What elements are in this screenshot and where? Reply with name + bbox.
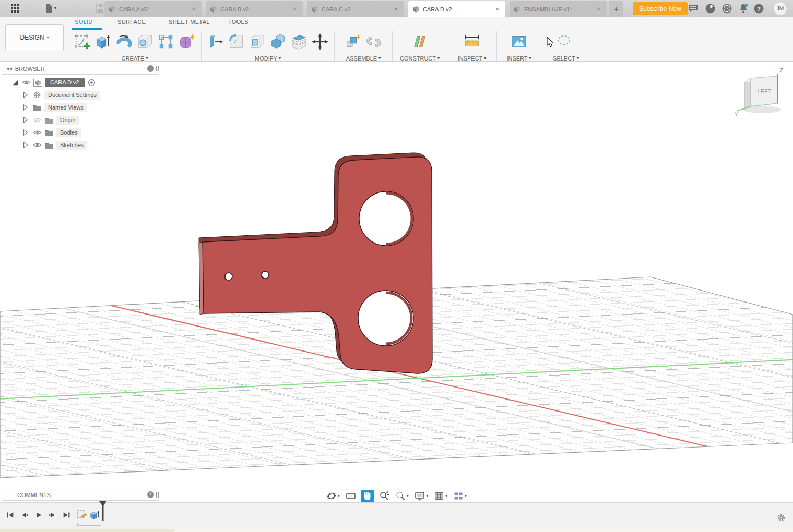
browser-item-label[interactable]: Sketches [56, 141, 87, 150]
browser-item-label[interactable]: Named Views [44, 103, 87, 112]
browser-item-label[interactable]: Bodies [56, 128, 81, 137]
app-grid-button[interactable] [10, 3, 20, 14]
expander-collapsed-icon[interactable] [22, 129, 29, 136]
expander-collapsed-icon[interactable] [22, 91, 29, 99]
orbit-button[interactable]: ▾ [325, 490, 341, 502]
file-menu-button[interactable]: ▾ [45, 3, 56, 14]
create-dropdown[interactable]: CREATE ▾ [122, 55, 148, 62]
document-tab[interactable]: CARA C v2 ✕ [307, 1, 404, 17]
revolve-button[interactable] [114, 30, 135, 53]
look-at-button[interactable] [345, 490, 357, 502]
assemble-dropdown[interactable]: ASSEMBLE ▾ [346, 55, 381, 62]
hole-button[interactable] [135, 30, 156, 53]
expander-collapsed-icon[interactable] [22, 141, 29, 149]
visibility-eye-icon[interactable] [22, 79, 31, 86]
navigation-toolbar: ▾ ▾ [0, 489, 793, 503]
create-sketch-button[interactable] [72, 30, 93, 53]
browser-collapse-icon[interactable]: ◀◀ [6, 67, 12, 71]
visibility-off-eye-icon[interactable] [33, 117, 42, 123]
display-settings-button[interactable]: ▾ [413, 490, 429, 502]
tab-close-icon[interactable]: ✕ [291, 5, 299, 13]
browser-remove-icon[interactable]: − [147, 65, 154, 72]
group-inspect: INSPECT ▾ [451, 30, 493, 62]
expander-collapsed-icon[interactable] [22, 104, 29, 111]
grid-snap-button[interactable]: ▾ [433, 490, 448, 502]
browser-row-document-settings[interactable]: Document Settings [2, 89, 159, 101]
document-tab[interactable]: CARA A v5* ✕ [104, 1, 202, 17]
expander-expanded-icon[interactable] [12, 79, 19, 86]
notifications-button[interactable] [738, 3, 749, 14]
select-dropdown[interactable]: SELECT ▾ [553, 55, 579, 62]
browser-row-named-views[interactable]: Named Views [2, 101, 159, 114]
expander-collapsed-icon[interactable] [22, 116, 29, 124]
viewcube-side-face[interactable] [744, 78, 751, 110]
activate-component-radio[interactable] [88, 79, 96, 87]
modify-dropdown[interactable]: MODIFY ▾ [255, 55, 281, 62]
press-pull-button[interactable] [205, 30, 226, 53]
fit-button[interactable]: ▾ [394, 490, 410, 502]
document-tab-active[interactable]: CARA D v2 ✕ [408, 1, 505, 17]
history-button[interactable] [721, 3, 732, 14]
fillet-button[interactable] [226, 30, 247, 53]
pan-button[interactable] [361, 490, 374, 502]
construct-plane-button[interactable] [409, 30, 430, 53]
feedback-button[interactable] [688, 3, 699, 14]
tab-close-icon[interactable]: ✕ [494, 5, 501, 13]
tab-surface[interactable]: SURFACE [117, 19, 146, 25]
go-to-end-button[interactable] [61, 507, 73, 523]
split-body-button[interactable] [289, 30, 310, 53]
tab-close-icon[interactable]: ✕ [595, 5, 602, 13]
joint-button[interactable] [363, 30, 384, 53]
insert-dropdown[interactable]: INSERT ▾ [506, 55, 531, 62]
move-button[interactable] [310, 30, 330, 53]
step-back-button[interactable] [18, 507, 30, 523]
tab-sheet-metal[interactable]: SHEET METAL [169, 19, 210, 25]
measure-button[interactable] [461, 30, 482, 53]
viewcube-face-label[interactable]: LEFT [758, 88, 772, 94]
tab-tools[interactable]: TOOLS [228, 19, 248, 25]
document-tab[interactable]: CARA B v2 ✕ [206, 1, 303, 17]
go-to-start-button[interactable] [4, 507, 16, 523]
help-button[interactable]: ? [753, 3, 764, 14]
inspect-dropdown[interactable]: INSPECT ▾ [458, 55, 487, 62]
browser-row-sketches[interactable]: Sketches [2, 139, 159, 151]
user-avatar[interactable]: JM [773, 2, 787, 16]
workspace-selector[interactable]: DESIGN ▾ [5, 24, 64, 51]
timeline-settings-gear-icon[interactable] [777, 513, 786, 522]
browser-item-label[interactable]: Origin [56, 116, 79, 125]
select-button[interactable] [555, 30, 576, 53]
document-tab[interactable]: ENSAMBLAJE v1* ✕ [510, 1, 607, 17]
browser-panel-grip[interactable] [156, 66, 159, 71]
combine-button[interactable] [268, 30, 289, 53]
shell-button[interactable] [247, 30, 268, 53]
joint-icon [365, 33, 383, 51]
insert-canvas-button[interactable] [508, 30, 529, 53]
subscribe-now-button[interactable]: Subscribe Now [633, 2, 688, 15]
extrude-icon [94, 33, 112, 51]
tab-close-icon[interactable]: ✕ [190, 5, 197, 13]
browser-row-origin[interactable]: Origin [2, 114, 159, 126]
view-cube[interactable]: LEFT Z Y [734, 66, 789, 118]
step-forward-button[interactable] [46, 507, 58, 523]
tab-solid[interactable]: SOLID [75, 19, 93, 25]
visibility-eye-icon[interactable] [33, 129, 42, 136]
create-form-button[interactable] [176, 30, 197, 53]
browser-root-label[interactable]: CARA D v2 [45, 78, 85, 87]
timeline-sketch-feature[interactable] [76, 509, 88, 521]
viewports-button[interactable]: ▾ [452, 490, 468, 502]
new-component-button[interactable] [342, 30, 363, 53]
construct-dropdown[interactable]: CONSTRUCT ▾ [400, 55, 440, 62]
new-tab-button[interactable]: + [609, 1, 623, 17]
tab-close-icon[interactable]: ✕ [393, 5, 400, 13]
zoom-button[interactable] [378, 490, 390, 502]
extrude-button[interactable] [93, 30, 114, 53]
browser-item-label[interactable]: Document Settings [44, 91, 100, 100]
play-button[interactable] [32, 507, 44, 523]
save-button[interactable] [96, 3, 105, 14]
timeline-position-marker[interactable] [97, 505, 109, 517]
pattern-button[interactable] [156, 30, 176, 53]
job-status-button[interactable] [704, 3, 716, 14]
visibility-eye-icon[interactable] [33, 142, 42, 148]
browser-row-bodies[interactable]: Bodies [2, 126, 159, 139]
browser-root-row[interactable]: CARA D v2 [2, 76, 159, 89]
